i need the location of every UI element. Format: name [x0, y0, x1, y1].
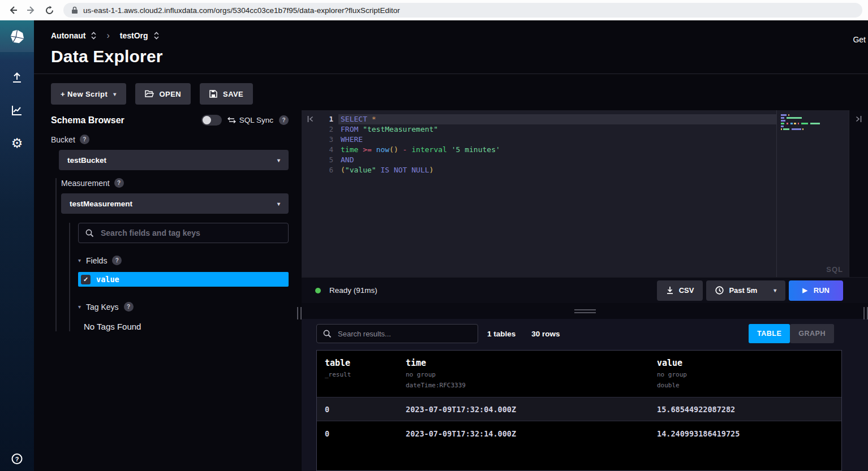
- breadcrumb-separator-icon: ›: [106, 31, 109, 40]
- tab-table[interactable]: TABLE: [749, 324, 790, 343]
- toggle-knob: [203, 116, 211, 124]
- editor-code[interactable]: SELECT *FROM "testMeasurement"WHEREtime …: [333, 110, 776, 277]
- column-subtitle: _result: [325, 370, 406, 379]
- column-title: time: [406, 358, 657, 368]
- chevron-down-icon: ▾: [113, 91, 116, 97]
- sql-sync-toggle[interactable]: [201, 115, 222, 126]
- new-script-label: + New Script: [61, 90, 108, 98]
- table-column-header: timeno groupdateTime:RFC3339: [406, 358, 657, 390]
- tag-keys-help-icon[interactable]: ?: [124, 302, 134, 312]
- code-line[interactable]: FROM "testMeasurement": [338, 124, 776, 135]
- influxdb-cubo-icon: [10, 29, 25, 44]
- collapse-left-button[interactable]: [302, 110, 319, 277]
- status-text: Ready (91ms): [329, 286, 377, 295]
- breadcrumb-project[interactable]: testOrg: [120, 31, 148, 40]
- clock-icon: [715, 286, 724, 295]
- time-range-value: Past 5m: [729, 286, 757, 295]
- table-cell: 2023-07-09T17:32:04.000Z: [406, 405, 657, 414]
- status-dot-icon: [315, 288, 321, 293]
- column-subtitle: no group: [406, 370, 657, 379]
- code-line[interactable]: AND: [338, 155, 776, 165]
- column-subtitle: double: [657, 381, 841, 390]
- sql-sync-help-icon[interactable]: ?: [279, 115, 289, 125]
- fields-help-icon[interactable]: ?: [112, 256, 122, 265]
- url-text: us-east-1-1.aws.cloud2.influxdata.com/or…: [83, 6, 400, 15]
- code-line[interactable]: ("value" IS NOT NULL): [338, 165, 776, 175]
- checkbox-icon[interactable]: ✓: [81, 275, 91, 284]
- left-splitter-handle[interactable]: [297, 307, 302, 319]
- org-switcher-icon[interactable]: [91, 32, 96, 40]
- minimap-line: [781, 120, 846, 122]
- caret-down-icon: ▾: [78, 304, 81, 310]
- project-switcher-icon[interactable]: [154, 32, 159, 40]
- sidebar-item-data-explorer[interactable]: [10, 103, 24, 118]
- search-icon: [323, 330, 332, 338]
- page-title: Data Explorer: [51, 47, 868, 66]
- browser-toolbar: us-east-1-1.aws.cloud2.influxdata.com/or…: [0, 0, 868, 20]
- influxdb-logo[interactable]: [0, 20, 34, 52]
- chevron-down-icon: ▾: [277, 157, 280, 163]
- csv-download-button[interactable]: CSV: [657, 280, 703, 301]
- table-cell: 0: [325, 429, 406, 438]
- horizontal-splitter[interactable]: [302, 303, 868, 319]
- column-title: table: [325, 358, 406, 368]
- minimap-line: [781, 128, 846, 130]
- bucket-select[interactable]: testBucket ▾: [59, 150, 289, 170]
- minimap-line: [781, 114, 846, 116]
- table-column-header: table_result: [325, 358, 406, 390]
- address-bar[interactable]: us-east-1-1.aws.cloud2.influxdata.com/or…: [63, 3, 862, 18]
- header-right-text[interactable]: Get: [853, 35, 866, 44]
- sidebar-item-settings[interactable]: ⚙: [11, 136, 23, 150]
- table-cell: 2023-07-09T17:32:14.000Z: [406, 429, 657, 438]
- save-button[interactable]: SAVE: [200, 83, 253, 105]
- splitter-drag-handle[interactable]: [574, 309, 596, 313]
- tab-graph[interactable]: GRAPH: [790, 324, 834, 343]
- tag-keys-group-header[interactable]: ▾ Tag Keys ?: [78, 302, 289, 312]
- right-splitter-handle[interactable]: [863, 307, 868, 319]
- browser-forward-button[interactable]: [24, 3, 38, 18]
- schema-search[interactable]: [78, 223, 289, 243]
- fields-label: Fields: [86, 256, 107, 265]
- results-search[interactable]: [316, 324, 478, 343]
- column-subtitle: no group: [657, 370, 841, 379]
- sql-editor[interactable]: 123456 SELECT *FROM "testMeasurement"WHE…: [302, 110, 868, 277]
- results-table: table_resulttimeno groupdateTime:RFC3339…: [316, 350, 842, 471]
- measurement-select[interactable]: testMeasurement ▾: [61, 193, 289, 214]
- tables-count: 1 tables: [487, 330, 515, 338]
- run-button[interactable]: ▶ RUN: [789, 280, 843, 301]
- open-label: OPEN: [160, 90, 181, 98]
- new-script-button[interactable]: + New Script ▾: [51, 83, 126, 105]
- time-range-dropdown[interactable]: Past 5m ▾: [706, 280, 785, 301]
- breadcrumb: Autonaut › testOrg Get: [34, 20, 868, 40]
- table-row[interactable]: 02023-07-09T17:32:04.000Z15.685449220872…: [317, 397, 841, 421]
- upload-icon: [10, 71, 24, 84]
- help-button[interactable]: ?: [12, 453, 23, 464]
- play-icon: ▶: [802, 287, 807, 293]
- browser-back-button[interactable]: [6, 3, 20, 18]
- field-label: value: [96, 275, 119, 284]
- bucket-label: Bucket: [51, 135, 75, 144]
- fields-group-header[interactable]: ▾ Fields ?: [78, 256, 289, 265]
- measurement-help-icon[interactable]: ?: [114, 178, 124, 188]
- code-line[interactable]: WHERE: [338, 135, 776, 145]
- code-line[interactable]: time >= now() - interval '5 minutes': [338, 145, 776, 155]
- field-item-value[interactable]: ✓value: [78, 272, 289, 287]
- query-panel: 123456 SELECT *FROM "testMeasurement"WHE…: [302, 110, 868, 471]
- minimap-line: [781, 117, 846, 119]
- table-row[interactable]: 02023-07-09T17:32:14.000Z14.240993186419…: [317, 421, 841, 446]
- sidebar-item-load-data[interactable]: [10, 70, 24, 85]
- bucket-value: testBucket: [67, 156, 106, 165]
- browser-refresh-button[interactable]: [42, 3, 57, 18]
- chevron-down-icon: ▾: [774, 287, 776, 293]
- editor-minimap[interactable]: [776, 110, 849, 277]
- bucket-help-icon[interactable]: ?: [80, 135, 89, 144]
- breadcrumb-org[interactable]: Autonaut: [51, 31, 85, 40]
- schema-search-input[interactable]: [100, 228, 281, 238]
- code-line[interactable]: SELECT *: [338, 114, 776, 124]
- save-icon: [209, 90, 217, 98]
- open-button[interactable]: OPEN: [135, 83, 191, 105]
- expand-right-button[interactable]: [849, 110, 868, 277]
- results-search-input[interactable]: [337, 329, 471, 339]
- table-column-header: valueno groupdouble: [657, 358, 841, 390]
- language-badge: SQL: [826, 265, 843, 274]
